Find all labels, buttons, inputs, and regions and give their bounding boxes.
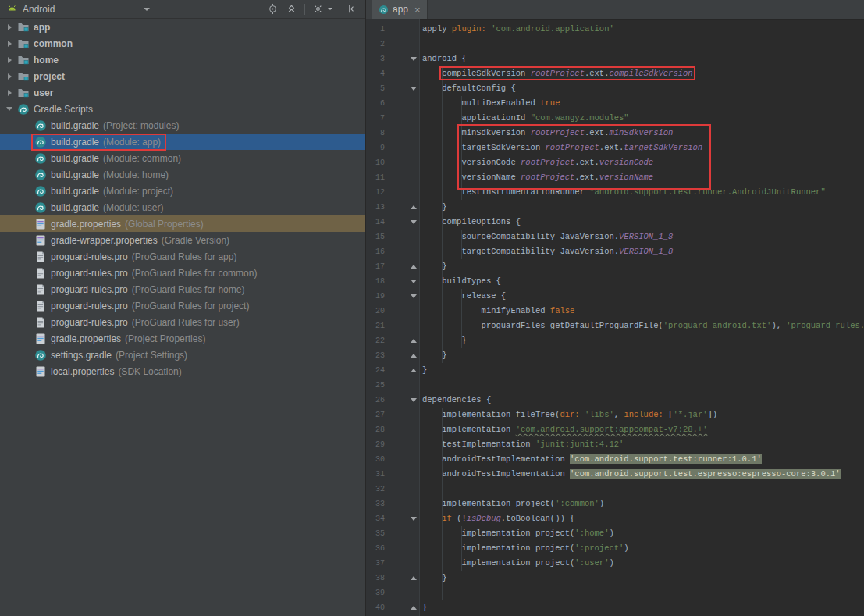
gradle-icon: [34, 349, 47, 361]
chevron-down-icon: [328, 8, 332, 10]
line-number: 40: [366, 600, 385, 615]
tree-item-gradle-wrapper-properties-gradle-version[interactable]: gradle-wrapper.properties(Gradle Version…: [0, 232, 365, 248]
tree-item-build-gradle-module-project[interactable]: build.gradle(Module: project): [0, 183, 365, 199]
fold-marker[interactable]: [411, 87, 417, 91]
tree-item-label: proguard-rules.pro: [51, 284, 128, 295]
code-area[interactable]: 1apply plugin: 'com.android.application'…: [366, 19, 864, 616]
chevron-down-icon: [144, 8, 150, 11]
line-number: 26: [366, 393, 385, 408]
tree-item-description: (ProGuard Rules for app): [132, 251, 237, 262]
editor-tab-app[interactable]: app ×: [372, 0, 428, 19]
line-number: 33: [366, 497, 385, 511]
tree-item-home[interactable]: home: [0, 52, 365, 68]
tree-item-build-gradle-module-user[interactable]: build.gradle(Module: user): [0, 199, 365, 215]
chevron-right-icon[interactable]: [3, 37, 16, 50]
tree-item-build-gradle-project-modules[interactable]: build.gradle(Project: modules): [0, 117, 365, 134]
close-icon[interactable]: ×: [414, 5, 421, 15]
code-line: 38 }: [366, 571, 864, 586]
code-line: 2: [366, 37, 864, 52]
fold-marker[interactable]: [411, 57, 417, 61]
line-number: 30: [366, 452, 385, 467]
code-line: 28 implementation 'com.android.support:a…: [366, 422, 864, 437]
line-number: 17: [366, 259, 385, 274]
tree-item-label: proguard-rules.pro: [51, 317, 128, 328]
gradle-icon: [34, 201, 47, 214]
tree-item-common[interactable]: common: [0, 35, 365, 52]
chevron-right-icon[interactable]: [3, 70, 16, 83]
tree-item-build-gradle-module-app[interactable]: build.gradle(Module: app): [0, 134, 365, 150]
chevron-right-icon[interactable]: [3, 54, 16, 66]
fold-marker[interactable]: [411, 205, 417, 209]
tree-item-gradle-scripts[interactable]: Gradle Scripts: [0, 101, 365, 117]
gradle-file-icon: [379, 5, 389, 15]
tree-item-proguard-rules-pro-proguard-rules-for-app[interactable]: proguard-rules.pro(ProGuard Rules for ap…: [0, 248, 365, 265]
line-number: 5: [366, 81, 385, 96]
line-number: 12: [366, 185, 385, 200]
tree-item-project[interactable]: project: [0, 68, 365, 84]
project-tree: appcommonhomeprojectuserGradle Scriptsbu…: [0, 19, 365, 379]
collapse-all-icon[interactable]: [286, 3, 297, 15]
fold-marker[interactable]: [411, 576, 417, 580]
tree-item-label: project: [34, 71, 65, 82]
tree-item-description: (Module: app): [103, 137, 161, 148]
tree-item-user[interactable]: user: [0, 84, 365, 101]
module-icon: [17, 70, 30, 83]
tree-item-label: build.gradle: [51, 202, 99, 213]
fold-marker[interactable]: [411, 606, 417, 610]
tree-item-gradle-properties-global-properties[interactable]: gradle.properties(Global Properties): [0, 215, 365, 232]
tree-indent-spacer: [20, 218, 33, 230]
project-view-selector[interactable]: Android: [6, 3, 150, 15]
tree-item-settings-gradle-project-settings[interactable]: settings.gradle(Project Settings): [0, 347, 365, 363]
fold-marker[interactable]: [411, 339, 417, 343]
tree-indent-spacer: [20, 365, 33, 378]
code-line: 1apply plugin: 'com.android.application': [366, 22, 864, 37]
fold-marker[interactable]: [411, 265, 417, 269]
tree-item-label: build.gradle: [51, 186, 99, 197]
tab-label: app: [393, 4, 408, 15]
code-line: 40}: [366, 600, 864, 615]
code-line: 17 }: [366, 259, 864, 274]
chevron-right-icon[interactable]: [3, 21, 16, 34]
code-line: 11 versionName rootProject.ext.versionNa…: [366, 170, 864, 185]
fold-marker[interactable]: [411, 517, 417, 521]
fold-marker[interactable]: [411, 294, 417, 298]
tree-indent-spacer: [20, 234, 33, 247]
chevron-down-icon[interactable]: [3, 103, 16, 116]
tree-item-local-properties-sdk-location[interactable]: local.properties(SDK Location): [0, 363, 365, 379]
editor: app × 1apply plugin: 'com.android.applic…: [365, 0, 864, 616]
tree-item-description: (ProGuard Rules for common): [132, 268, 258, 279]
tree-item-app[interactable]: app: [0, 19, 365, 35]
settings-gear-icon[interactable]: [312, 3, 324, 15]
tree-item-description: (Project: modules): [103, 120, 179, 131]
annotation-box-line-4: compileSdkVersion rootProject.ext.compil…: [442, 69, 692, 78]
line-number: 14: [366, 215, 385, 230]
tree-item-build-gradle-module-common[interactable]: build.gradle(Module: common): [0, 150, 365, 166]
tree-item-proguard-rules-pro-proguard-rules-for-user[interactable]: proguard-rules.pro(ProGuard Rules for us…: [0, 314, 365, 330]
gradle-icon: [34, 152, 47, 165]
properties-icon: [34, 333, 47, 345]
tree-item-build-gradle-module-home[interactable]: build.gradle(Module: home): [0, 166, 365, 183]
code-line: 34 if (!isDebug.toBoolean()) {: [366, 511, 864, 526]
tree-item-proguard-rules-pro-proguard-rules-for-common[interactable]: proguard-rules.pro(ProGuard Rules for co…: [0, 265, 365, 281]
tree-indent-spacer: [20, 251, 33, 263]
chevron-right-icon[interactable]: [3, 87, 16, 99]
tree-item-description: (Module: user): [103, 202, 163, 213]
fold-marker[interactable]: [411, 369, 417, 372]
tree-item-proguard-rules-pro-proguard-rules-for-home[interactable]: proguard-rules.pro(ProGuard Rules for ho…: [0, 281, 365, 297]
code-line: 10 versionCode rootProject.ext.versionCo…: [366, 155, 864, 170]
fold-marker[interactable]: [411, 354, 417, 358]
fold-marker[interactable]: [411, 398, 417, 402]
line-number: 34: [366, 511, 385, 526]
line-number: 1: [366, 22, 385, 37]
line-number: 13: [366, 200, 385, 215]
text-file-icon: [34, 300, 47, 312]
fold-marker[interactable]: [411, 220, 417, 224]
tree-indent-spacer: [20, 185, 33, 198]
hide-panel-icon[interactable]: [347, 3, 359, 15]
tree-indent-spacer: [20, 152, 33, 165]
tree-item-gradle-properties-project-properties[interactable]: gradle.properties(Project Properties): [0, 330, 365, 347]
toolbar-separator: [340, 4, 340, 15]
fold-marker[interactable]: [411, 280, 417, 283]
locate-icon[interactable]: [267, 3, 279, 15]
tree-item-proguard-rules-pro-proguard-rules-for-project[interactable]: proguard-rules.pro(ProGuard Rules for pr…: [0, 297, 365, 314]
